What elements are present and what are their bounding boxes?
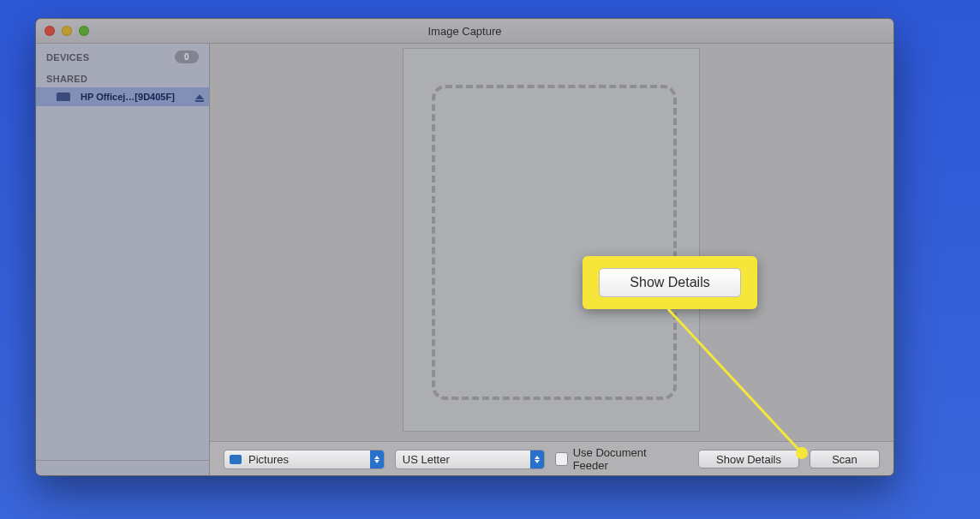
sidebar-item-scanner[interactable]: HP Officej…[9D405F] xyxy=(36,87,209,106)
window-title: Image Capture xyxy=(36,25,893,38)
button-label: Show Details xyxy=(716,453,781,466)
eject-icon[interactable] xyxy=(195,94,204,99)
scan-crop-area[interactable] xyxy=(432,85,677,400)
titlebar: Image Capture xyxy=(36,19,893,44)
document-feeder-toggle[interactable]: Use Document Feeder xyxy=(555,446,678,472)
show-details-button[interactable]: Show Details xyxy=(698,450,799,468)
devices-count-badge: 0 xyxy=(175,51,199,63)
scanner-icon xyxy=(57,92,70,101)
stepper-icon xyxy=(530,450,544,468)
bottom-toolbar: Pictures US Letter Use Document Feeder S… xyxy=(210,441,893,476)
sidebar-section-label: SHARED xyxy=(46,74,87,84)
tutorial-callout: Show Details xyxy=(583,256,757,309)
scan-button[interactable]: Scan xyxy=(810,450,880,468)
image-capture-window: Image Capture DEVICES 0 SHARED HP Office… xyxy=(35,18,894,476)
destination-value: Pictures xyxy=(247,453,308,466)
sidebar: DEVICES 0 SHARED HP Officej…[9D405F] xyxy=(36,44,210,476)
callout-button-preview: Show Details xyxy=(599,268,741,297)
checkbox-icon xyxy=(555,452,568,466)
page-preview[interactable] xyxy=(403,48,700,432)
sidebar-footer xyxy=(36,460,209,476)
main-panel: Pictures US Letter Use Document Feeder S… xyxy=(210,44,893,476)
paper-size-value: US Letter xyxy=(396,453,469,466)
paper-size-select[interactable]: US Letter xyxy=(395,450,545,469)
stepper-icon xyxy=(370,450,384,468)
scan-preview xyxy=(210,44,893,441)
button-label: Scan xyxy=(832,453,858,466)
folder-icon xyxy=(230,455,242,464)
feeder-label: Use Document Feeder xyxy=(573,446,678,472)
sidebar-section-devices: DEVICES 0 xyxy=(36,44,209,67)
sidebar-section-shared: SHARED xyxy=(36,67,209,87)
device-name-label: HP Officej…[9D405F] xyxy=(81,92,188,102)
destination-select[interactable]: Pictures xyxy=(224,450,385,469)
sidebar-section-label: DEVICES xyxy=(46,52,89,63)
callout-label: Show Details xyxy=(630,275,709,290)
